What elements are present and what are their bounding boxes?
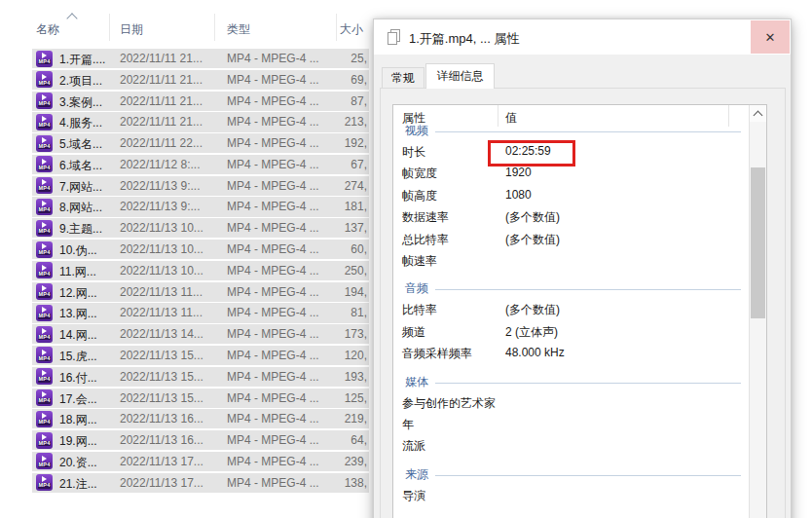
file-row[interactable]: MP41.开篇....2022/11/11 21...MP4 - MPEG-4 … [32, 49, 369, 68]
file-size: 213, [309, 115, 367, 129]
section-rule [435, 475, 741, 476]
section-header: 音频 [393, 271, 749, 298]
property-row[interactable]: 帧速率 [393, 249, 749, 271]
property-row[interactable]: 年 [393, 413, 749, 434]
mp4-file-icon: MP4 [36, 135, 53, 152]
column-header-size[interactable]: 大小 [340, 21, 363, 38]
sort-ascending-icon [66, 13, 77, 23]
mp4-file-icon: MP4 [36, 453, 53, 469]
section-label: 音频 [405, 282, 428, 295]
file-date: 2022/11/13 17... [120, 476, 203, 490]
file-type: MP4 - MPEG-4 ... [227, 94, 319, 108]
property-row[interactable]: 数据速率(多个数值) [393, 205, 749, 227]
file-row[interactable]: MP414.网...2022/11/13 14...MP4 - MPEG-4 .… [32, 324, 369, 344]
file-row[interactable]: MP45.域名...2022/11/11 22...MP4 - MPEG-4 .… [32, 133, 369, 153]
mp4-file-icon: MP4 [36, 389, 53, 406]
property-value: 2 (立体声) [505, 324, 558, 341]
file-row[interactable]: MP410.伪...2022/11/13 10...MP4 - MPEG-4 .… [32, 240, 369, 259]
file-type: MP4 - MPEG-4 ... [227, 391, 319, 405]
file-row[interactable]: MP48.网站...2022/11/13 9:...MP4 - MPEG-4 .… [32, 197, 369, 216]
mp4-file-icon: MP4 [36, 71, 53, 88]
file-row[interactable]: MP413.网...2022/11/13 11...MP4 - MPEG-4 .… [32, 303, 369, 322]
mp4-file-icon: MP4 [36, 474, 53, 491]
file-date: 2022/11/11 21... [120, 52, 203, 65]
file-row[interactable]: MP46.域名...2022/11/12 8:...MP4 - MPEG-4 .… [32, 155, 369, 174]
property-row[interactable]: 导演 [393, 484, 749, 505]
property-row[interactable]: 频道2 (立体声) [393, 320, 749, 342]
property-row[interactable]: 参与创作的艺术家 [393, 391, 749, 413]
mp4-file-icon: MP4 [36, 92, 53, 109]
file-type: MP4 - MPEG-4 ... [227, 179, 319, 193]
mp4-badge: MP4 [38, 377, 52, 383]
dialog-titlebar[interactable]: 1.开篇.mp4, ... 属性 ✕ [374, 19, 791, 55]
mp4-file-icon: MP4 [36, 220, 53, 237]
play-icon [42, 328, 47, 334]
property-label: 比特率 [402, 302, 437, 318]
mp4-badge: MP4 [38, 398, 52, 404]
tab-details[interactable]: 详细信息 [425, 63, 495, 89]
section-header: 来源 [393, 457, 749, 484]
mp4-file-icon: MP4 [36, 283, 53, 300]
file-name: 10.伪... [59, 242, 97, 259]
file-size: 25, [309, 52, 367, 65]
close-button[interactable]: ✕ [751, 20, 790, 54]
file-size: 138, [309, 476, 367, 490]
file-row[interactable]: MP419.网...2022/11/13 16...MP4 - MPEG-4 .… [32, 430, 369, 450]
property-row[interactable]: 总比特率(多个数值) [393, 228, 749, 249]
property-value: 1920 [505, 166, 532, 179]
play-icon [42, 53, 47, 58]
file-date: 2022/11/13 16... [120, 433, 203, 447]
file-type: MP4 - MPEG-4 ... [227, 455, 319, 468]
file-date: 2022/11/11 22... [120, 136, 203, 150]
file-row[interactable]: MP417.会...2022/11/13 15...MP4 - MPEG-4 .… [32, 388, 369, 408]
column-divider [214, 14, 215, 41]
file-row[interactable]: MP44.服务...2022/11/11 21...MP4 - MPEG-4 .… [32, 112, 369, 131]
mp4-file-icon: MP4 [36, 199, 53, 215]
file-type: MP4 - MPEG-4 ... [227, 285, 319, 299]
dialog-title: 1.开篇.mp4, ... 属性 [409, 30, 519, 48]
file-name: 14.网... [59, 327, 97, 344]
column-header-name[interactable]: 名称 [36, 21, 59, 38]
file-size: 250, [309, 264, 367, 278]
file-date: 2022/11/11 21... [120, 73, 203, 87]
file-name: 15.虎... [59, 349, 97, 365]
section-header: 视频 [393, 127, 749, 140]
property-row[interactable]: 比特率(多个数值) [393, 298, 749, 319]
file-row[interactable]: MP42.项目...2022/11/11 21...MP4 - MPEG-4 .… [32, 70, 369, 90]
file-type: MP4 - MPEG-4 ... [227, 200, 319, 213]
file-row[interactable]: MP411.网...2022/11/13 10...MP4 - MPEG-4 .… [32, 261, 369, 280]
file-row[interactable]: MP421.注...2022/11/13 17...MP4 - MPEG-4 .… [32, 473, 369, 493]
property-label: 导演 [402, 488, 425, 504]
column-header-type[interactable]: 类型 [227, 21, 250, 38]
file-name: 9.主题... [59, 221, 102, 238]
column-header-date[interactable]: 日期 [120, 21, 143, 38]
file-row[interactable]: MP412.网...2022/11/13 11...MP4 - MPEG-4 .… [32, 282, 369, 302]
scrollbar-thumb[interactable] [751, 167, 765, 318]
file-size: 81, [309, 306, 367, 319]
file-name: 19.网... [59, 433, 97, 450]
property-row[interactable]: 帧高度1080 [393, 184, 749, 205]
file-date: 2022/11/11 21... [120, 115, 203, 129]
file-row[interactable]: MP415.虎...2022/11/13 15...MP4 - MPEG-4 .… [32, 346, 369, 365]
scrollbar[interactable] [749, 105, 766, 518]
property-label: 帧速率 [402, 253, 437, 270]
file-date: 2022/11/13 9:... [120, 179, 201, 193]
property-row[interactable]: 流派 [393, 434, 749, 456]
file-type: MP4 - MPEG-4 ... [227, 370, 319, 384]
file-row[interactable]: MP420.资...2022/11/13 17...MP4 - MPEG-4 .… [32, 452, 369, 471]
file-row[interactable]: MP47.网站...2022/11/13 9:...MP4 - MPEG-4 .… [32, 176, 369, 196]
scrollbar-up-button[interactable] [750, 105, 766, 122]
file-size: 274, [309, 179, 367, 193]
property-row[interactable]: 音频采样频率48.000 kHz [393, 342, 749, 363]
file-type: MP4 - MPEG-4 ... [227, 476, 319, 490]
value-column-header[interactable]: 值 [505, 110, 517, 127]
file-date: 2022/11/13 11... [120, 285, 203, 299]
file-list: MP41.开篇....2022/11/11 21...MP4 - MPEG-4 … [0, 49, 389, 494]
mp4-badge: MP4 [38, 81, 52, 87]
tab-general[interactable]: 常规 [382, 67, 424, 89]
file-row[interactable]: MP43.案例...2022/11/11 21...MP4 - MPEG-4 .… [32, 92, 369, 111]
file-row[interactable]: MP416.付...2022/11/13 15...MP4 - MPEG-4 .… [32, 367, 369, 387]
file-row[interactable]: MP418.网...2022/11/13 16...MP4 - MPEG-4 .… [32, 409, 369, 428]
file-row[interactable]: MP49.主题...2022/11/13 10...MP4 - MPEG-4 .… [32, 218, 369, 238]
mp4-file-icon: MP4 [36, 114, 53, 130]
